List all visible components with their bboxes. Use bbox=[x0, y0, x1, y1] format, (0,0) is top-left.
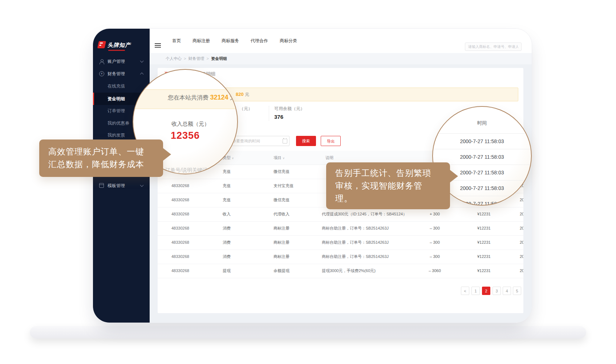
callout-arrow-icon bbox=[163, 148, 171, 161]
sidebar-item-templates[interactable]: 模板管理 bbox=[93, 179, 150, 192]
time-column-header: 时间 bbox=[433, 120, 531, 126]
breadcrumb-item-finance[interactable]: 财务管理 bbox=[188, 56, 204, 61]
user-icon bbox=[99, 59, 104, 64]
callout-smart-finance: 告别手工统计、告别繁琐 审核，实现智能财务管 理。 bbox=[326, 162, 450, 209]
callout-account-orders: 高效管理账户订单、一键 汇总数据，降低财务成本 bbox=[39, 139, 163, 177]
brand-subtitle-decoration bbox=[108, 50, 125, 51]
page-3-button[interactable]: 3 bbox=[493, 287, 501, 295]
expense-total-label: （元） bbox=[239, 106, 252, 112]
sidebar-item-account[interactable]: 账户管理 bbox=[93, 55, 150, 68]
table-header-project[interactable]: 项目∨ bbox=[273, 151, 285, 165]
main-menu: 首页 商标注册 商标服务 代理合作 商标分类 bbox=[172, 29, 297, 53]
breadcrumb-item-funds: 资金明细 bbox=[211, 56, 227, 61]
breadcrumb-item-personal[interactable]: 个人中心 bbox=[166, 56, 182, 61]
sort-caret-icon: ∨ bbox=[283, 157, 285, 160]
income-total-value: 12356 bbox=[171, 130, 200, 141]
table-row: 48330268 消费 商标注册 商标自助注册，订单号：SB2514263J –… bbox=[158, 221, 523, 236]
table-row: 48330268 消费 商标注册 商标自助注册，订单号：SB2514263J –… bbox=[158, 235, 523, 250]
page-5-button[interactable]: 5 bbox=[513, 287, 521, 295]
trademark-search-input[interactable] bbox=[465, 43, 522, 51]
nav-item-agent-cooperation[interactable]: 代理合作 bbox=[251, 38, 268, 44]
page-2-button[interactable]: 2 bbox=[482, 287, 490, 295]
magnified-banner-text: 您在本站共消费 32124 大 bbox=[168, 94, 236, 102]
page-4-button[interactable]: 4 bbox=[503, 287, 511, 295]
page-prev-button[interactable]: < bbox=[461, 287, 469, 295]
stats-divider bbox=[269, 106, 269, 121]
topnav: 首页 商标注册 商标服务 代理合作 商标分类 bbox=[150, 29, 532, 53]
finance-icon: ¥ bbox=[99, 71, 104, 76]
time-cell: 2000-7-27 11:58:03 bbox=[432, 133, 532, 149]
consumption-banner-text: 820 元 bbox=[236, 88, 249, 101]
table-row: 48330268 提现 余额提现 提现3000元，手续费2%(60元) – 30… bbox=[158, 264, 523, 278]
available-balance-label: 可用余额（元） bbox=[274, 106, 305, 112]
nav-item-home[interactable]: 首页 bbox=[172, 38, 181, 44]
nav-item-trademark-category[interactable]: 商标分类 bbox=[280, 38, 297, 44]
table-row: 48330268 消费 商标注册 商标自助注册，订单号：SB2514263J –… bbox=[158, 250, 523, 264]
chevron-down-icon bbox=[140, 59, 144, 63]
sort-caret-icon: ∨ bbox=[232, 157, 234, 160]
brand-title: 头牌知产 bbox=[108, 42, 131, 49]
breadcrumb: 个人中心>财务管理>资金明细 bbox=[166, 53, 227, 64]
export-button[interactable]: 导出 bbox=[321, 136, 341, 146]
nav-item-trademark-register[interactable]: 商标注册 bbox=[192, 38, 210, 44]
breadcrumb-bar: 个人中心>财务管理>资金明细 bbox=[150, 53, 532, 64]
page: 头牌知产 账户管理 ¥ 财务管理 在线充值 资金明细 订单管理 bbox=[0, 0, 616, 364]
nav-item-trademark-service[interactable]: 商标服务 bbox=[222, 38, 239, 44]
page-1-button[interactable]: 1 bbox=[471, 287, 480, 295]
chevron-down-icon bbox=[140, 183, 144, 187]
available-balance-value: 376 bbox=[274, 114, 283, 120]
table-row: 48330268 收入 代理收入 代理提成300元（ID:1245，订单号：SB… bbox=[158, 207, 523, 222]
hamburger-icon[interactable] bbox=[155, 43, 161, 48]
laptop-base bbox=[30, 326, 586, 339]
sidebar-item-online-recharge[interactable]: 在线充值 bbox=[93, 80, 150, 92]
brand-icon bbox=[97, 41, 106, 48]
callout-arrow-icon bbox=[450, 170, 458, 183]
calendar-icon[interactable] bbox=[283, 139, 287, 143]
sidebar-item-finance[interactable]: ¥ 财务管理 bbox=[93, 68, 150, 80]
chevron-up-icon bbox=[140, 73, 144, 76]
income-total-label: 收入总额（元） bbox=[171, 121, 210, 128]
template-icon bbox=[99, 183, 104, 188]
search-button[interactable]: 搜索 bbox=[296, 136, 316, 146]
